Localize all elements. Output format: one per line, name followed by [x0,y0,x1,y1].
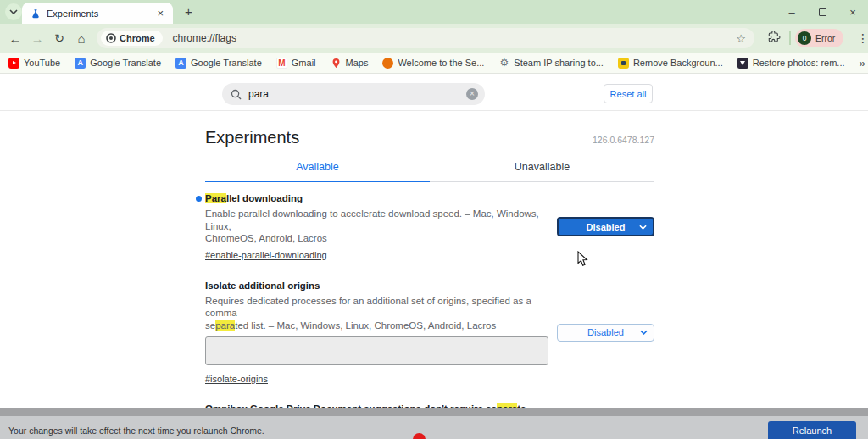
flag-value-select[interactable]: Disabled [557,217,654,236]
tab-strip: Experiments × + – × [0,0,868,24]
back-button[interactable]: ← [5,24,25,53]
chevron-down-icon [640,330,648,335]
bookmarks-overflow-icon[interactable]: » [860,57,865,69]
toolbar-separator [789,31,791,45]
tab-close-icon[interactable]: × [154,7,166,19]
url-text[interactable]: chrome://flags [173,32,236,44]
bookmark-gmail[interactable]: M Gmail [276,58,316,69]
bookmark-maps[interactable]: Maps [331,58,369,69]
new-tab-button[interactable]: + [180,3,198,20]
bookmark-star-icon[interactable]: ☆ [736,32,746,45]
toolbar: ← → ↻ ⌂ Chrome chrome://flags ☆ 0 Error … [0,24,868,53]
modified-flag-bullet-icon [196,196,202,202]
reload-button[interactable]: ↻ [49,24,70,53]
tab-available[interactable]: Available [205,161,430,182]
bookmark-steam[interactable]: ⚙ Steam IP sharing to... [498,58,604,69]
youtube-icon [8,58,19,69]
relaunch-bar: Your changes will take effect the next t… [0,416,868,439]
search-icon [231,89,242,100]
address-bar[interactable]: Chrome chrome://flags ☆ [97,28,754,48]
maximize-button[interactable] [807,0,837,24]
maximize-icon [819,8,826,16]
error-label: Error [815,33,835,43]
flag-title: Isolate additional origins [205,280,557,292]
chrome-version: 126.0.6478.127 [593,135,654,145]
flag-permalink[interactable]: #isolate-origins [205,374,268,384]
chrome-logo-icon [106,33,116,43]
reset-all-button[interactable]: Reset all [604,84,653,103]
minimize-button[interactable]: – [776,0,807,24]
flag-description: Enable parallel downloading to accelerat… [205,208,557,245]
search-row: × Reset all [0,74,868,111]
flag-permalink[interactable]: #enable-parallel-downloading [205,250,327,260]
bookmarks-bar: YouTube A Google Translate A Google Tran… [0,53,868,74]
flags-page: × Reset all Experiments 126.0.6478.127 A… [0,74,868,439]
welcome-site-icon [382,58,393,69]
error-badge[interactable]: 0 Error [795,29,843,47]
flags-tabs: Available Unavailable [205,161,654,182]
bookmarks-right-group: » All Bookmarks [860,53,868,73]
bookmark-google-translate-2[interactable]: A Google Translate [175,58,262,69]
bookmark-google-translate-1[interactable]: A Google Translate [75,58,161,69]
flag-title: Parallel downloading [205,192,557,204]
forward-button[interactable]: → [27,24,47,53]
flask-icon [31,8,41,19]
clear-search-icon[interactable]: × [466,88,478,100]
tab-search-button[interactable] [5,3,22,20]
browser-window: Experiments × + – × ← → ↻ ⌂ Chrome chrom… [0,0,868,439]
origins-textarea[interactable] [205,336,548,365]
bookmark-welcome[interactable]: Welcome to the Se... [382,58,484,69]
error-count: 0 [798,31,811,45]
maps-pin-icon [331,58,342,69]
tab-experiments[interactable]: Experiments × [22,3,173,24]
bookmark-restore-photos[interactable]: Restore photos: rem... [737,58,845,69]
extensions-icon[interactable] [767,31,781,47]
mouse-cursor-icon [577,251,588,270]
site-chip[interactable]: Chrome [101,31,163,46]
window-controls: – × [776,0,868,24]
flag-description: Requires dedicated processes for an addi… [205,295,557,332]
flag-value-select[interactable]: Disabled [557,324,654,342]
tab-title: Experiments [47,8,154,19]
bookmark-remove-background[interactable]: Remove Backgroun... [618,58,723,69]
close-window-button[interactable]: × [837,0,868,24]
gmail-icon: M [276,58,287,69]
flag-isolate-origins: Isolate additional origins Requires dedi… [205,280,654,386]
chevron-down-icon [639,225,647,230]
flags-search-input[interactable] [248,88,466,100]
flags-main-column: Experiments 126.0.6478.127 Available Una… [205,128,654,439]
relaunch-button[interactable]: Relaunch [768,421,856,439]
remove-background-icon [618,58,629,69]
site-chip-label: Chrome [120,33,155,43]
recording-dot-icon [413,433,426,439]
browser-menu-button[interactable]: ⋮ [852,24,868,53]
translate-icon: A [75,58,86,69]
bottom-shadow-band [0,408,868,416]
translate-icon: A [175,58,186,69]
page-title: Experiments [205,128,299,147]
gear-icon: ⚙ [498,58,509,69]
restore-photos-icon [737,58,748,69]
home-button[interactable]: ⌂ [71,24,92,53]
chevron-down-icon [9,9,18,14]
bookmark-youtube[interactable]: YouTube [8,58,60,69]
tab-unavailable[interactable]: Unavailable [430,161,654,181]
flags-search-box[interactable]: × [222,83,485,105]
relaunch-message: Your changes will take effect the next t… [8,425,264,436]
